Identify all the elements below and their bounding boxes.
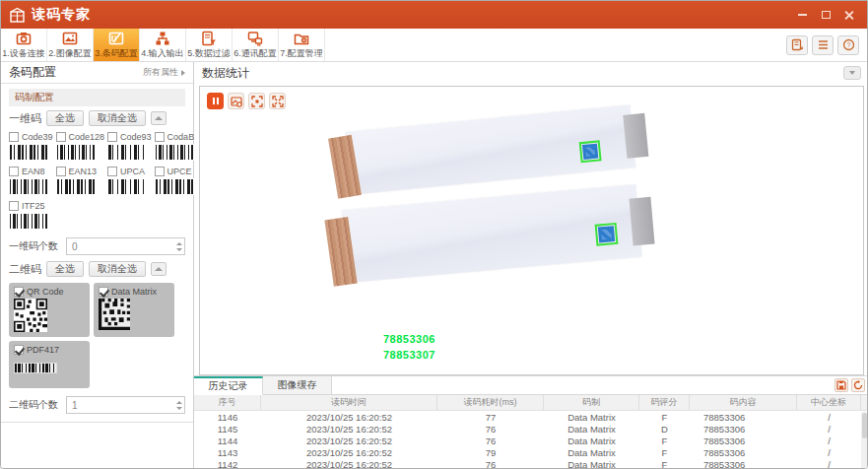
ean13-checkbox-row[interactable]: EAN13 [56, 167, 105, 176]
clear-history-button[interactable] [851, 378, 865, 392]
code93-checkbox[interactable] [107, 132, 117, 142]
spinner-up-icon [176, 242, 182, 245]
tab-label: 5.数据过滤 [187, 47, 231, 60]
decoded-result-2: 78853307 [383, 349, 435, 361]
help-icon: ? [842, 38, 855, 51]
one-d-count-spinner[interactable]: 0 [66, 237, 185, 255]
history-panel: 历史记录 图像缓存 序号 读码时间 读码耗时(ms) 码制 [194, 375, 868, 469]
inspected-package-1 [346, 104, 636, 195]
tile-qr-code: QR Code [9, 283, 90, 337]
main-header: 数据统计 [194, 62, 868, 84]
code93-checkbox-row[interactable]: Code93 [107, 132, 152, 142]
minimize-button[interactable] [796, 9, 808, 21]
ean8-checkbox-row[interactable]: EAN8 [9, 167, 53, 176]
help-button[interactable]: ? [837, 35, 859, 55]
table-row[interactable]: 11462023/10/25 16:20:5277Data MatrixF788… [194, 411, 868, 423]
save-history-button[interactable] [835, 378, 848, 392]
fit-view-button[interactable] [248, 93, 265, 109]
one-d-count-label: 一维码个数 [9, 239, 66, 253]
code-item-code39: Code39 [9, 132, 53, 161]
two-d-count-spinner[interactable]: 1 [66, 396, 185, 414]
tab-history-record[interactable]: 历史记录 [194, 376, 263, 395]
camera-icon [16, 31, 32, 46]
dm-checkbox-row[interactable]: Data Matrix [99, 287, 169, 297]
scrollbar-thumb[interactable] [862, 413, 867, 438]
tab-image-cache[interactable]: 图像缓存 [263, 376, 332, 394]
table-row[interactable]: 11442023/10/25 16:20:5276Data MatrixF788… [194, 435, 868, 446]
one-d-deselect-all-button[interactable]: 取消全选 [89, 110, 146, 126]
tab-config-manage[interactable]: 7.配置管理 [279, 29, 325, 61]
tab-image-config[interactable]: 2.图像配置 [47, 29, 94, 61]
col-read-time[interactable]: 读码时间 [261, 395, 437, 410]
maximize-button[interactable] [820, 9, 832, 21]
code128-barcode-image [56, 144, 96, 161]
tab-device-connect[interactable]: 1.设备连接 [1, 29, 47, 61]
fit-view-icon [251, 96, 263, 107]
dm-checkbox[interactable] [99, 287, 108, 297]
tab-data-filter[interactable]: 5.数据过滤 [186, 29, 233, 61]
upce-checkbox[interactable] [155, 167, 165, 176]
image-viewer[interactable]: 78853306 78853307 [199, 86, 864, 375]
two-d-collapse-button[interactable] [151, 262, 167, 276]
upca-barcode-image [107, 178, 147, 195]
fullscreen-icon [272, 96, 284, 107]
col-serial[interactable]: 序号 [194, 395, 261, 410]
code39-checkbox-row[interactable]: Code39 [9, 132, 53, 142]
all-properties-link[interactable]: 所有属性 [143, 66, 185, 79]
window-controls [796, 9, 859, 21]
pause-button[interactable] [207, 93, 224, 109]
two-d-deselect-all-button[interactable]: 取消全选 [89, 261, 146, 277]
qr-code-image [14, 299, 47, 332]
report-button[interactable] [786, 35, 808, 55]
upca-checkbox[interactable] [107, 167, 117, 176]
itf25-checkbox[interactable] [9, 201, 19, 211]
col-code-type[interactable]: 码制 [544, 395, 639, 410]
pause-icon [213, 98, 219, 104]
pdf417-checkbox-row[interactable]: PDF417 [14, 345, 85, 355]
tab-input-output[interactable]: 4.输入输出 [140, 29, 186, 61]
list-button[interactable] [812, 35, 834, 55]
ean13-checkbox[interactable] [56, 167, 66, 176]
col-duration[interactable]: 读码耗时(ms) [437, 395, 544, 410]
qr-checkbox[interactable] [14, 287, 24, 297]
ean8-checkbox[interactable] [9, 167, 19, 176]
spinner-arrows[interactable] [176, 397, 182, 413]
spinner-arrows[interactable] [176, 238, 182, 254]
fullscreen-button[interactable] [269, 93, 286, 109]
upca-label: UPCA [120, 167, 145, 176]
code39-checkbox[interactable] [9, 132, 19, 142]
pdf417-checkbox[interactable] [14, 345, 24, 355]
tab-label: 6.通讯配置 [234, 47, 277, 60]
group-title-bar: 码制配置 [9, 89, 185, 106]
table-row[interactable]: 11432023/10/25 16:20:5279Data MatrixF788… [194, 446, 868, 458]
col-score[interactable]: 码评分 [639, 395, 690, 410]
col-content[interactable]: 码内容 [690, 395, 797, 410]
code-item-upca: UPCA [107, 167, 152, 195]
panel-collapse-button[interactable] [843, 66, 861, 80]
report-icon [791, 38, 804, 51]
table-row[interactable]: 11422023/10/25 16:20:5276Data MatrixF788… [194, 458, 868, 469]
one-d-section-row: 一维码 全选 取消全选 [9, 110, 185, 126]
one-d-collapse-button[interactable] [151, 111, 167, 125]
codabar-checkbox[interactable] [155, 132, 165, 142]
table-scrollbar[interactable] [861, 412, 868, 469]
close-button[interactable] [843, 9, 855, 21]
list-icon [817, 38, 830, 51]
two-d-select-all-button[interactable]: 全选 [46, 261, 84, 277]
table-row[interactable]: 11452023/10/25 16:20:5276Data MatrixD788… [194, 423, 868, 435]
two-d-code-grid: QR Code Data Matrix PDF417 [9, 283, 178, 388]
qr-checkbox-row[interactable]: QR Code [14, 287, 85, 297]
close-icon [844, 10, 854, 20]
upca-checkbox-row[interactable]: UPCA [107, 167, 152, 176]
code128-checkbox[interactable] [56, 132, 66, 142]
app-window: 读码专家 1.设备连接 2.图像配置 3.条码配置 4.输入输出 5.数据过滤 [0, 0, 868, 469]
one-d-select-all-button[interactable]: 全选 [46, 110, 84, 126]
panel-header: 条码配置 所有属性 [1, 62, 193, 84]
copper-tape [324, 217, 357, 287]
tab-comm-config[interactable]: 6.通讯配置 [233, 29, 279, 61]
itf25-checkbox-row[interactable]: ITF25 [9, 201, 53, 211]
image-display-toggle-button[interactable] [228, 93, 244, 109]
col-center[interactable]: 中心坐标 [797, 395, 861, 410]
code128-checkbox-row[interactable]: Code128 [56, 132, 105, 142]
tab-barcode-config[interactable]: 3.条码配置 [94, 29, 140, 61]
